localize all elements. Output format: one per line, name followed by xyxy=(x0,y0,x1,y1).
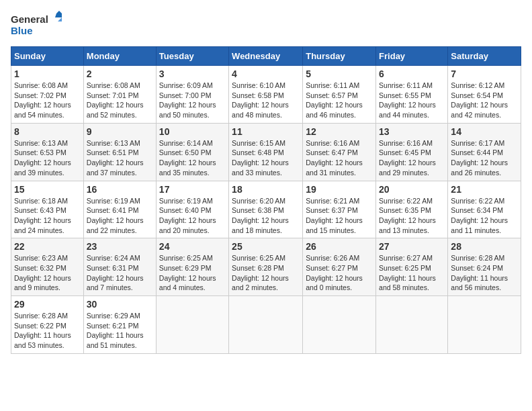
calendar-cell: 7 Sunrise: 6:12 AMSunset: 6:54 PMDayligh… xyxy=(448,66,521,124)
weekday-header-tuesday: Tuesday xyxy=(156,47,228,66)
day-info: Sunrise: 6:13 AMSunset: 6:51 PMDaylight:… xyxy=(87,139,144,177)
calendar-cell: 2 Sunrise: 6:08 AMSunset: 7:01 PMDayligh… xyxy=(83,66,156,124)
day-number: 21 xyxy=(451,184,518,195)
day-info: Sunrise: 6:08 AMSunset: 7:01 PMDaylight:… xyxy=(87,81,144,119)
day-number: 24 xyxy=(159,241,226,252)
calendar-cell: 29 Sunrise: 6:28 AMSunset: 6:22 PMDaylig… xyxy=(11,296,84,354)
day-info: Sunrise: 6:25 AMSunset: 6:28 PMDaylight:… xyxy=(232,254,289,291)
calendar-cell: 9 Sunrise: 6:13 AMSunset: 6:51 PMDayligh… xyxy=(83,123,156,181)
day-info: Sunrise: 6:26 AMSunset: 6:27 PMDaylight:… xyxy=(306,254,363,291)
day-info: Sunrise: 6:09 AMSunset: 7:00 PMDaylight:… xyxy=(159,81,216,119)
day-info: Sunrise: 6:12 AMSunset: 6:54 PMDaylight:… xyxy=(451,81,508,119)
day-number: 20 xyxy=(379,184,445,195)
day-info: Sunrise: 6:21 AMSunset: 6:37 PMDaylight:… xyxy=(306,197,363,234)
day-number: 27 xyxy=(379,241,445,252)
day-info: Sunrise: 6:28 AMSunset: 6:22 PMDaylight:… xyxy=(14,312,71,349)
day-info: Sunrise: 6:28 AMSunset: 6:24 PMDaylight:… xyxy=(451,254,508,291)
day-number: 7 xyxy=(451,68,518,79)
calendar-cell: 11 Sunrise: 6:15 AMSunset: 6:48 PMDaylig… xyxy=(229,123,303,181)
day-number: 1 xyxy=(14,68,81,79)
svg-text:Blue: Blue xyxy=(11,25,33,36)
day-info: Sunrise: 6:13 AMSunset: 6:53 PMDaylight:… xyxy=(14,139,71,177)
page-header: General Blue xyxy=(11,11,521,41)
day-number: 4 xyxy=(232,68,300,79)
calendar-cell: 17 Sunrise: 6:19 AMSunset: 6:40 PMDaylig… xyxy=(156,181,228,238)
calendar-cell: 1 Sunrise: 6:08 AMSunset: 7:02 PMDayligh… xyxy=(11,66,84,124)
calendar-cell: 6 Sunrise: 6:11 AMSunset: 6:55 PMDayligh… xyxy=(376,66,448,124)
calendar-cell: 28 Sunrise: 6:28 AMSunset: 6:24 PMDaylig… xyxy=(448,238,521,296)
svg-marker-3 xyxy=(55,13,62,17)
day-info: Sunrise: 6:17 AMSunset: 6:44 PMDaylight:… xyxy=(451,139,508,177)
day-number: 13 xyxy=(379,126,445,137)
day-info: Sunrise: 6:10 AMSunset: 6:58 PMDaylight:… xyxy=(232,81,289,119)
day-number: 30 xyxy=(87,299,153,310)
day-info: Sunrise: 6:22 AMSunset: 6:35 PMDaylight:… xyxy=(379,197,436,234)
day-info: Sunrise: 6:19 AMSunset: 6:40 PMDaylight:… xyxy=(159,197,216,234)
logo-svg: General Blue xyxy=(11,11,64,41)
day-info: Sunrise: 6:16 AMSunset: 6:45 PMDaylight:… xyxy=(379,139,436,177)
day-info: Sunrise: 6:23 AMSunset: 6:32 PMDaylight:… xyxy=(14,254,71,291)
calendar-cell: 15 Sunrise: 6:18 AMSunset: 6:43 PMDaylig… xyxy=(11,181,84,238)
day-number: 9 xyxy=(87,126,153,137)
day-number: 26 xyxy=(306,241,373,252)
calendar-cell: 19 Sunrise: 6:21 AMSunset: 6:37 PMDaylig… xyxy=(303,181,376,238)
day-number: 23 xyxy=(87,241,153,252)
calendar-cell: 13 Sunrise: 6:16 AMSunset: 6:45 PMDaylig… xyxy=(376,123,448,181)
calendar-cell: 21 Sunrise: 6:22 AMSunset: 6:34 PMDaylig… xyxy=(448,181,521,238)
day-number: 2 xyxy=(87,68,153,79)
day-number: 25 xyxy=(232,241,300,252)
day-number: 6 xyxy=(379,68,445,79)
day-number: 17 xyxy=(159,184,226,195)
calendar-cell: 3 Sunrise: 6:09 AMSunset: 7:00 PMDayligh… xyxy=(156,66,228,124)
day-number: 15 xyxy=(14,184,81,195)
calendar-cell: 22 Sunrise: 6:23 AMSunset: 6:32 PMDaylig… xyxy=(11,238,84,296)
calendar-cell: 20 Sunrise: 6:22 AMSunset: 6:35 PMDaylig… xyxy=(376,181,448,238)
calendar-cell: 8 Sunrise: 6:13 AMSunset: 6:53 PMDayligh… xyxy=(11,123,84,181)
calendar-table: SundayMondayTuesdayWednesdayThursdayFrid… xyxy=(11,46,521,354)
day-info: Sunrise: 6:22 AMSunset: 6:34 PMDaylight:… xyxy=(451,197,508,234)
day-number: 18 xyxy=(232,184,300,195)
day-number: 3 xyxy=(159,68,226,79)
day-info: Sunrise: 6:15 AMSunset: 6:48 PMDaylight:… xyxy=(232,139,289,177)
svg-marker-2 xyxy=(56,11,62,13)
calendar-cell: 25 Sunrise: 6:25 AMSunset: 6:28 PMDaylig… xyxy=(229,238,303,296)
day-info: Sunrise: 6:16 AMSunset: 6:47 PMDaylight:… xyxy=(306,139,363,177)
calendar-cell: 10 Sunrise: 6:14 AMSunset: 6:50 PMDaylig… xyxy=(156,123,228,181)
calendar-cell: 30 Sunrise: 6:29 AMSunset: 6:21 PMDaylig… xyxy=(83,296,156,354)
calendar-cell: 16 Sunrise: 6:19 AMSunset: 6:41 PMDaylig… xyxy=(83,181,156,238)
day-number: 28 xyxy=(451,241,518,252)
calendar-cell: 12 Sunrise: 6:16 AMSunset: 6:47 PMDaylig… xyxy=(303,123,376,181)
calendar-cell: 26 Sunrise: 6:26 AMSunset: 6:27 PMDaylig… xyxy=(303,238,376,296)
day-info: Sunrise: 6:20 AMSunset: 6:38 PMDaylight:… xyxy=(232,197,289,234)
logo: General Blue xyxy=(11,11,64,41)
day-number: 12 xyxy=(306,126,373,137)
day-number: 22 xyxy=(14,241,81,252)
day-info: Sunrise: 6:18 AMSunset: 6:43 PMDaylight:… xyxy=(14,197,71,234)
calendar-cell: 24 Sunrise: 6:25 AMSunset: 6:29 PMDaylig… xyxy=(156,238,228,296)
calendar-cell xyxy=(448,296,521,354)
day-number: 10 xyxy=(159,126,226,137)
calendar-cell: 5 Sunrise: 6:11 AMSunset: 6:57 PMDayligh… xyxy=(303,66,376,124)
day-info: Sunrise: 6:29 AMSunset: 6:21 PMDaylight:… xyxy=(87,312,144,349)
day-info: Sunrise: 6:08 AMSunset: 7:02 PMDaylight:… xyxy=(14,81,71,119)
calendar-cell: 18 Sunrise: 6:20 AMSunset: 6:38 PMDaylig… xyxy=(229,181,303,238)
calendar-cell: 4 Sunrise: 6:10 AMSunset: 6:58 PMDayligh… xyxy=(229,66,303,124)
day-info: Sunrise: 6:24 AMSunset: 6:31 PMDaylight:… xyxy=(87,254,144,291)
day-info: Sunrise: 6:14 AMSunset: 6:50 PMDaylight:… xyxy=(159,139,216,177)
calendar-cell xyxy=(229,296,303,354)
weekday-header-saturday: Saturday xyxy=(448,47,521,66)
day-number: 19 xyxy=(306,184,373,195)
day-info: Sunrise: 6:25 AMSunset: 6:29 PMDaylight:… xyxy=(159,254,216,291)
weekday-header-wednesday: Wednesday xyxy=(229,47,303,66)
svg-text:General: General xyxy=(11,13,48,25)
day-number: 11 xyxy=(232,126,300,137)
calendar-cell: 27 Sunrise: 6:27 AMSunset: 6:25 PMDaylig… xyxy=(376,238,448,296)
weekday-header-friday: Friday xyxy=(376,47,448,66)
day-info: Sunrise: 6:11 AMSunset: 6:55 PMDaylight:… xyxy=(379,81,436,119)
weekday-header-sunday: Sunday xyxy=(11,47,84,66)
day-number: 16 xyxy=(87,184,153,195)
day-number: 5 xyxy=(306,68,373,79)
day-number: 8 xyxy=(14,126,81,137)
day-info: Sunrise: 6:27 AMSunset: 6:25 PMDaylight:… xyxy=(379,254,436,291)
calendar-cell xyxy=(156,296,228,354)
